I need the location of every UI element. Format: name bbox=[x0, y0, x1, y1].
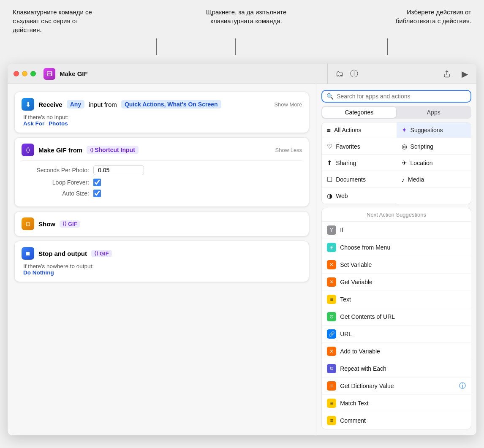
all-actions-icon: ≡ bbox=[327, 127, 331, 134]
sug-choose-menu[interactable]: ⊞ Choose from Menu bbox=[322, 239, 471, 256]
sharing-icon: ⬆ bbox=[327, 159, 332, 167]
library-button[interactable]: 🗂 bbox=[334, 68, 345, 80]
loop-row: Loop Forever: bbox=[22, 179, 302, 186]
sug-if[interactable]: Y If bbox=[322, 222, 471, 239]
shortcut-input-tag[interactable]: ⟨⟩ Shortcut Input bbox=[87, 146, 139, 154]
suggestions-header: Next Action Suggestions bbox=[322, 208, 471, 222]
search-bar: 🔍 bbox=[321, 90, 471, 103]
cat-all-actions[interactable]: ≡ All Actions bbox=[322, 122, 396, 138]
autosize-label: Auto Size: bbox=[22, 190, 89, 197]
search-input[interactable] bbox=[337, 93, 466, 100]
autosize-checkbox[interactable] bbox=[93, 190, 101, 197]
search-icon: 🔍 bbox=[326, 93, 334, 100]
do-nothing-btn[interactable]: Do Nothing bbox=[23, 269, 54, 276]
cat-documents[interactable]: ☐ Documents bbox=[322, 172, 396, 187]
web-icon: ◑ bbox=[327, 192, 332, 200]
receive-card: ⬇ Receive Any input from Quick Actions, … bbox=[14, 92, 309, 133]
autosize-row: Auto Size: bbox=[22, 190, 302, 197]
segment-control: Categories Apps bbox=[321, 106, 471, 119]
scripting-icon: ◎ bbox=[402, 143, 407, 150]
show-less-button[interactable]: Show Less bbox=[275, 147, 302, 153]
sug-add-variable-icon: ✕ bbox=[327, 347, 336, 356]
ask-for-tag[interactable]: Ask For bbox=[23, 120, 44, 127]
sug-get-variable-icon: ✕ bbox=[327, 277, 336, 287]
sug-url-icon: 🔗 bbox=[327, 329, 336, 339]
window-title: Make GIF bbox=[60, 70, 437, 77]
sug-add-variable[interactable]: ✕ Add to Variable bbox=[322, 343, 471, 360]
cat-web[interactable]: ◑ Web bbox=[322, 188, 396, 204]
categories-grid: ≡ All Actions ✦ Suggestions ♡ Favorites … bbox=[321, 122, 471, 204]
location-icon: ✈ bbox=[402, 159, 407, 167]
stop-label: Stop and output bbox=[38, 250, 87, 257]
sug-choose-menu-icon: ⊞ bbox=[327, 243, 336, 252]
title-bar: 🎞 Make GIF ▶ 🗂 ⓘ bbox=[8, 64, 476, 84]
show-card: ⊡ Show ⟨⟩ GIF bbox=[14, 211, 309, 236]
sug-comment-icon: ≡ bbox=[327, 416, 336, 425]
seconds-input[interactable] bbox=[93, 165, 144, 175]
sug-url[interactable]: 🔗 URL bbox=[322, 326, 471, 343]
sug-get-contents-url-icon: ⊙ bbox=[327, 312, 336, 321]
favorites-icon: ♡ bbox=[327, 143, 332, 150]
cat-favorites[interactable]: ♡ Favorites bbox=[322, 139, 396, 155]
make-gif-card: ⟨⟩ Make GIF from ⟨⟩ Shortcut Input Show … bbox=[14, 137, 309, 207]
content-area: ⬇ Receive Any input from Quick Actions, … bbox=[8, 84, 476, 435]
annotation-left: Клавиатурните команди се създават със се… bbox=[13, 8, 106, 34]
cat-suggestions[interactable]: ✦ Suggestions bbox=[397, 122, 471, 138]
main-window: 🎞 Make GIF ▶ 🗂 ⓘ ⬇ Receive bbox=[8, 64, 476, 435]
run-button[interactable]: ▶ bbox=[459, 68, 470, 80]
close-button[interactable] bbox=[14, 71, 19, 76]
annotation-center: Щракнете, за да изпълните клавиатурната … bbox=[204, 8, 288, 34]
sources-tag[interactable]: Quick Actions, What's On Screen bbox=[121, 100, 221, 109]
app-icon: 🎞 bbox=[44, 68, 55, 80]
get-dict-info-button[interactable]: ⓘ bbox=[459, 382, 466, 391]
sug-if-icon: Y bbox=[327, 225, 336, 235]
loop-label: Loop Forever: bbox=[22, 179, 89, 186]
share-button[interactable] bbox=[441, 68, 453, 80]
sug-text-icon: ≡ bbox=[327, 295, 336, 304]
nowhere-section: If there's nowhere to output: Do Nothing bbox=[22, 263, 302, 276]
stop-card: ⏹ Stop and output ⟨⟩ GIF If there's nowh… bbox=[14, 241, 309, 282]
right-panel: 🔍 Categories Apps ≡ All Actions ✦ bbox=[316, 84, 476, 435]
left-panel: ⬇ Receive Any input from Quick Actions, … bbox=[8, 84, 316, 435]
cat-sharing[interactable]: ⬆ Sharing bbox=[322, 155, 396, 171]
sug-set-variable-icon: ✕ bbox=[327, 260, 336, 269]
sug-match-text[interactable]: ≡ Match Text bbox=[322, 395, 471, 412]
sug-repeat-each[interactable]: ↻ Repeat with Each bbox=[322, 360, 471, 377]
seconds-row: Seconds Per Photo: bbox=[22, 165, 302, 175]
no-input-section: If there's no input: Ask For Photos bbox=[22, 114, 302, 127]
fullscreen-button[interactable] bbox=[30, 71, 36, 76]
apps-tab[interactable]: Apps bbox=[397, 107, 470, 118]
sug-get-dict-value[interactable]: ≡ Get Dictionary Value ⓘ bbox=[322, 377, 471, 395]
show-more-button[interactable]: Show More bbox=[274, 101, 302, 108]
gif-tag-stop[interactable]: ⟨⟩ GIF bbox=[91, 250, 112, 257]
sug-text[interactable]: ≡ Text bbox=[322, 291, 471, 308]
photos-tag[interactable]: Photos bbox=[49, 120, 68, 127]
show-icon: ⊡ bbox=[22, 217, 34, 230]
any-tag[interactable]: Any bbox=[67, 100, 84, 109]
minimize-button[interactable] bbox=[22, 71, 27, 76]
media-icon: ♪ bbox=[402, 176, 405, 183]
cat-location[interactable]: ✈ Location bbox=[397, 155, 471, 171]
gif-tag-show[interactable]: ⟨⟩ GIF bbox=[60, 220, 80, 228]
cat-scripting[interactable]: ◎ Scripting bbox=[397, 139, 471, 155]
make-gif-label: Make GIF from bbox=[38, 147, 82, 154]
traffic-lights bbox=[14, 71, 36, 76]
sug-set-variable[interactable]: ✕ Set Variable bbox=[322, 256, 471, 274]
receive-icon: ⬇ bbox=[22, 98, 34, 111]
categories-tab[interactable]: Categories bbox=[322, 107, 396, 118]
info-button[interactable]: ⓘ bbox=[348, 68, 360, 80]
show-label: Show bbox=[38, 220, 55, 228]
sug-repeat-each-icon: ↻ bbox=[327, 364, 336, 373]
cat-media[interactable]: ♪ Media bbox=[397, 172, 471, 187]
sug-get-variable[interactable]: ✕ Get Variable bbox=[322, 274, 471, 291]
stop-icon: ⏹ bbox=[22, 247, 34, 260]
seconds-label: Seconds Per Photo: bbox=[22, 167, 89, 174]
loop-checkbox[interactable] bbox=[93, 179, 101, 186]
sug-get-dict-icon: ≡ bbox=[327, 381, 336, 391]
annotation-right: Изберете действия от библиотеката с дейс… bbox=[387, 8, 471, 34]
title-actions: ▶ bbox=[441, 68, 470, 80]
sug-comment[interactable]: ≡ Comment bbox=[322, 412, 471, 429]
documents-icon: ☐ bbox=[327, 176, 332, 183]
suggestions-icon: ✦ bbox=[402, 126, 407, 134]
sug-get-contents-url[interactable]: ⊙ Get Contents of URL bbox=[322, 308, 471, 326]
